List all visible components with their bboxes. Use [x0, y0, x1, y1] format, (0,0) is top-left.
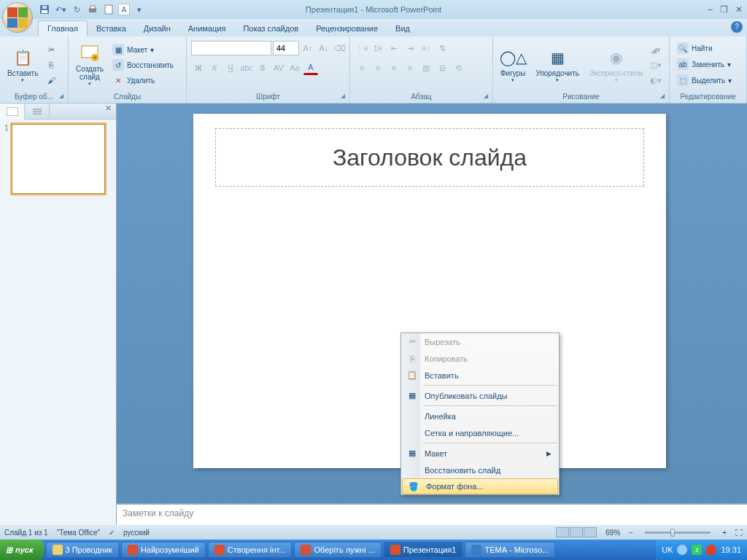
tray-icon[interactable] [677, 545, 687, 555]
tab-animation[interactable]: Анимация [179, 21, 235, 36]
indent-inc-icon[interactable]: ⇥ [403, 41, 417, 55]
status-language[interactable]: русский [123, 529, 150, 537]
ctx-grid[interactable]: Сетка и направляющие... [401, 424, 559, 441]
start-button[interactable]: ⊞пуск [0, 540, 44, 560]
launcher-icon[interactable]: ◢ [59, 93, 63, 99]
align-center-icon[interactable]: ≡ [371, 61, 385, 75]
ctx-copy[interactable]: ⎘Копировать [401, 350, 559, 367]
save-icon[interactable] [38, 3, 51, 16]
outline-tab-icon[interactable] [25, 104, 50, 120]
replace-button[interactable]: abЗаменить ▾ [674, 57, 734, 71]
task-item[interactable]: Оберіть лужні ... [294, 542, 381, 558]
smartart-icon[interactable]: ⟲ [451, 61, 465, 75]
slide-thumbnail[interactable] [12, 124, 105, 194]
qat-more-icon[interactable]: ▾ [133, 3, 146, 16]
grow-font-icon[interactable]: A↑ [301, 41, 315, 55]
sorter-view-button[interactable] [570, 527, 583, 537]
panel-close-button[interactable]: ✕ [101, 104, 116, 119]
shape-outline-icon[interactable]: ◫▾ [649, 58, 663, 72]
task-item[interactable]: Створення інт... [208, 542, 293, 558]
close-button[interactable]: ✕ [735, 4, 743, 15]
shrink-font-icon[interactable]: A↓ [317, 41, 331, 55]
ctx-cut[interactable]: ✂Вырезать [401, 333, 559, 350]
new-icon[interactable] [102, 3, 115, 16]
zoom-level[interactable]: 69% [605, 529, 620, 537]
shapes-button[interactable]: ◯△Фигуры▾ [496, 41, 530, 89]
ctx-reset[interactable]: Восстановить слайд [401, 462, 559, 478]
tab-slideshow[interactable]: Показ слайдов [234, 21, 307, 36]
underline-icon[interactable]: Ч [223, 61, 238, 75]
ctx-layout[interactable]: ▦Макет▶ [401, 445, 559, 462]
tab-design[interactable]: Дизайн [135, 21, 179, 36]
numbering-icon[interactable]: 1≡ [371, 41, 385, 55]
reset-button[interactable]: ↺Восстановить [109, 58, 177, 72]
redo-icon[interactable]: ↻ [70, 3, 83, 16]
ctx-publish[interactable]: ▦Опубликовать слайды [401, 387, 559, 404]
paste-button[interactable]: 📋 Вставить▾ [3, 41, 42, 89]
shadow-icon[interactable]: S [255, 61, 270, 75]
tab-insert[interactable]: Вставка [88, 21, 135, 36]
clock[interactable]: 19:31 [721, 545, 741, 554]
layout-button[interactable]: ▦Макет ▾ [109, 42, 177, 57]
print-icon[interactable] [86, 3, 99, 16]
normal-view-button[interactable] [556, 527, 569, 537]
title-placeholder[interactable]: Заголовок слайда [215, 128, 644, 187]
find-button[interactable]: 🔍Найти [674, 41, 716, 55]
minimize-button[interactable]: – [708, 4, 713, 15]
arrange-button[interactable]: ▦Упорядочить▾ [531, 41, 584, 89]
ctx-ruler[interactable]: Линейка [401, 408, 559, 424]
cut-icon[interactable]: ✂ [44, 42, 58, 57]
restore-button[interactable]: ❐ [720, 4, 728, 15]
align-text-icon[interactable]: ⊟ [435, 61, 449, 75]
zoom-out-button[interactable]: − [629, 529, 633, 537]
columns-icon[interactable]: ▥ [419, 61, 433, 75]
help-button[interactable]: ? [731, 21, 743, 33]
delete-button[interactable]: ✕Удалить [109, 73, 177, 88]
text-dir-icon[interactable]: ⇅ [435, 41, 449, 55]
format-painter-icon[interactable]: 🖌 [44, 73, 58, 88]
zoom-in-button[interactable]: + [722, 529, 727, 537]
qat-letter[interactable]: A [118, 4, 130, 15]
tab-home[interactable]: Главная [38, 20, 88, 36]
align-left-icon[interactable]: ≡ [355, 61, 369, 75]
office-button[interactable] [2, 2, 33, 33]
align-right-icon[interactable]: ≡ [387, 61, 401, 75]
tray-icon[interactable] [706, 545, 716, 555]
ctx-format-background[interactable]: 🪣Формат фона... [402, 478, 558, 494]
bullets-icon[interactable]: ⋮≡ [355, 41, 369, 55]
slides-tab-icon[interactable] [0, 104, 25, 120]
spellcheck-icon[interactable]: ✓ [109, 529, 115, 537]
copy-icon[interactable]: ⎘ [44, 58, 58, 72]
launcher-icon[interactable]: ◢ [341, 93, 345, 99]
task-item[interactable]: 3 Проводник [46, 542, 119, 558]
tab-view[interactable]: Вид [387, 21, 419, 36]
undo-icon[interactable]: ↶▾ [54, 3, 67, 16]
font-color-icon[interactable]: A [303, 61, 318, 75]
line-spacing-icon[interactable]: ≡↕ [419, 41, 433, 55]
fit-button[interactable]: ⛶ [735, 529, 743, 537]
justify-icon[interactable]: ≡ [403, 61, 417, 75]
zoom-slider[interactable] [645, 532, 711, 534]
font-name-input[interactable] [191, 41, 271, 55]
new-slide-button[interactable]: ✶ Создать слайд▾ [71, 41, 108, 89]
font-size-input[interactable] [273, 41, 299, 55]
case-icon[interactable]: Aa [287, 61, 302, 75]
strike-icon[interactable]: abc [239, 61, 254, 75]
launcher-icon[interactable]: ◢ [660, 93, 665, 99]
task-item[interactable]: Презентация1 [384, 542, 463, 558]
notes-pane[interactable]: Заметки к слайду [117, 503, 747, 525]
quick-styles-button[interactable]: ◉Экспресс-стили▾ [585, 41, 647, 89]
ctx-paste[interactable]: 📋Вставить [401, 367, 559, 384]
shape-effects-icon[interactable]: ◐▾ [649, 73, 663, 88]
indent-dec-icon[interactable]: ⇤ [387, 41, 401, 55]
task-item[interactable]: Найрозумніший [121, 542, 206, 558]
slideshow-view-button[interactable] [584, 527, 597, 537]
task-item[interactable]: ТЕМА - Microso... [465, 542, 555, 558]
bold-icon[interactable]: Ж [191, 61, 206, 75]
tray-icon[interactable]: z [692, 545, 702, 555]
clear-format-icon[interactable]: ⌫ [333, 41, 347, 55]
select-button[interactable]: ⬚Выделить ▾ [674, 73, 735, 88]
tab-review[interactable]: Рецензирование [307, 21, 387, 36]
shape-fill-icon[interactable]: ◢▾ [649, 42, 663, 57]
language-indicator[interactable]: UK [662, 545, 673, 554]
